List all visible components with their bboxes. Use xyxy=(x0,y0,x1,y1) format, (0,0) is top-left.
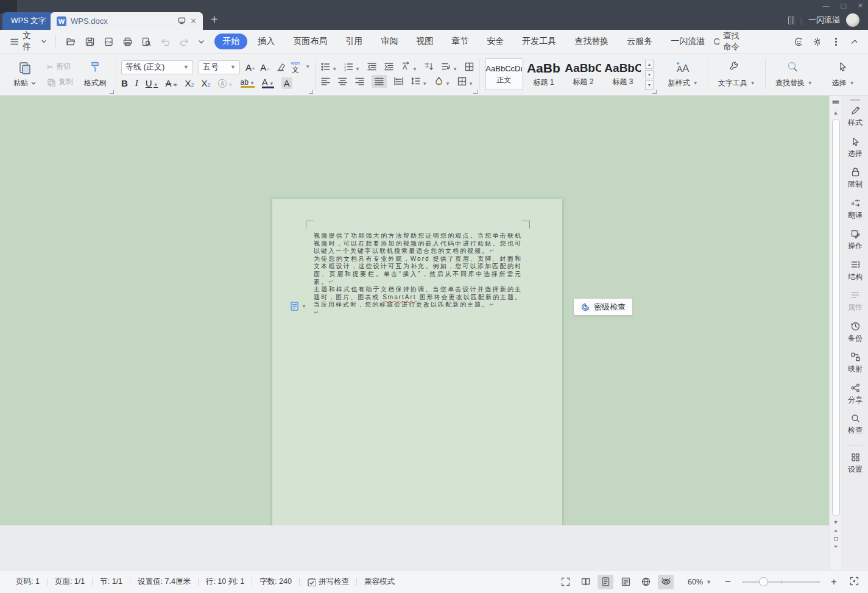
status-page-number[interactable]: 页码: 1 xyxy=(9,577,47,587)
status-section[interactable]: 节: 1/1 xyxy=(93,577,130,587)
font-size-combo[interactable]: 五号▼ xyxy=(199,60,240,74)
vertical-scrollbar[interactable]: ▲ ▼ ⏶ ⏷ xyxy=(829,96,842,570)
sidebar-handle[interactable] xyxy=(850,99,860,101)
sidebar-item-styles[interactable]: 样式 xyxy=(848,105,863,128)
decrease-indent-icon[interactable] xyxy=(367,62,377,72)
style-heading2[interactable]: AaBbC 标题 2 xyxy=(564,59,602,90)
eye-protection-icon[interactable] xyxy=(658,575,674,589)
status-word-count[interactable]: 字数: 240 xyxy=(252,577,299,587)
sidebar-item-translate[interactable]: a 翻译 xyxy=(848,198,863,221)
scrollbar-thumb[interactable] xyxy=(832,119,840,516)
text-frame-icon[interactable] xyxy=(464,62,475,72)
tab-insert[interactable]: 插入 xyxy=(250,34,283,49)
style-scroll-up[interactable]: ▲ xyxy=(645,60,654,69)
tab-find-replace[interactable]: 查找替换 xyxy=(566,34,616,49)
tab-page-layout[interactable]: 页面布局 xyxy=(285,34,335,49)
underline-button[interactable]: U▼ xyxy=(146,79,158,88)
open-file-icon[interactable] xyxy=(66,37,76,47)
sort-icon[interactable]: 字 xyxy=(424,62,434,72)
read-layout-icon[interactable] xyxy=(577,575,593,589)
bold-button[interactable]: B xyxy=(121,79,128,88)
text-direction-button[interactable]: A▼ xyxy=(401,62,417,72)
italic-button[interactable]: I xyxy=(135,79,138,88)
bullets-button[interactable]: ▼ xyxy=(320,62,337,72)
tab-references[interactable]: 引用 xyxy=(337,34,370,49)
show-marks-button[interactable]: ▼ xyxy=(441,62,457,72)
paragraph-dialog-launcher[interactable] xyxy=(473,90,478,94)
strikethrough-button[interactable]: A▼ xyxy=(166,79,178,88)
file-menu-button[interactable]: 文件 xyxy=(0,30,53,52)
sidebar-item-select[interactable]: 选择 xyxy=(848,137,863,159)
ruler-toggle-icon[interactable] xyxy=(831,98,840,107)
export-pdf-icon[interactable]: PDF xyxy=(104,37,114,47)
user-avatar[interactable] xyxy=(846,13,859,27)
tab-review[interactable]: 审阅 xyxy=(373,34,406,49)
page-options-widget[interactable]: ▼ xyxy=(289,301,306,311)
document-text[interactable]: 视频提供了功能强大的方法帮助您证明您的观点。当您单击联机视频时，可以在想要添加的… xyxy=(314,232,522,317)
text-tool-button[interactable]: 文字工具▼ xyxy=(713,59,760,90)
highlight-button[interactable]: ab▼ xyxy=(241,79,255,88)
align-center-icon[interactable] xyxy=(337,76,348,87)
side-by-side-icon[interactable] xyxy=(788,16,794,24)
superscript-button[interactable]: X2 xyxy=(185,79,194,88)
distribute-icon[interactable] xyxy=(393,76,404,87)
find-replace-button[interactable]: 查找替换▼ xyxy=(771,59,817,90)
paste-button[interactable]: 粘贴 xyxy=(9,59,41,90)
style-normal[interactable]: AaBbCcDd 正文 xyxy=(485,59,523,90)
tab-pin-monitor-icon[interactable] xyxy=(178,16,186,26)
align-left-icon[interactable] xyxy=(320,76,331,87)
tab-home[interactable]: 开始 xyxy=(214,34,247,49)
security-check-button[interactable]: 密级检查 xyxy=(573,298,633,316)
new-tab-button[interactable]: + xyxy=(211,13,218,26)
save-icon[interactable] xyxy=(85,37,95,47)
more-pinyin-icon[interactable]: ▼ xyxy=(305,65,310,69)
status-compat-mode[interactable]: 兼容模式 xyxy=(357,577,402,587)
style-scroll-down[interactable]: ▼ xyxy=(645,70,654,79)
tab-section[interactable]: 章节 xyxy=(443,34,476,49)
tab-cloud[interactable]: 云服务 xyxy=(619,34,660,49)
page-layout-icon[interactable] xyxy=(598,575,613,589)
outline-view-icon[interactable] xyxy=(618,575,633,589)
increase-font-button[interactable]: A+ xyxy=(245,63,255,72)
fullscreen-view-icon[interactable] xyxy=(557,575,573,589)
minimize-button[interactable]: — xyxy=(822,2,829,9)
username[interactable]: 一闪流溢 xyxy=(808,15,840,26)
previous-page-icon[interactable]: ⏶ xyxy=(833,527,838,535)
shading-button[interactable]: ▼ xyxy=(434,76,450,87)
borders-button[interactable]: ▼ xyxy=(457,76,473,87)
sidebar-item-settings[interactable]: 设置 xyxy=(848,452,863,475)
maximize-button[interactable]: ▢ xyxy=(840,2,846,10)
qat-customize-icon[interactable] xyxy=(198,38,205,45)
more-menu-icon[interactable] xyxy=(831,37,838,47)
tab-view[interactable]: 视图 xyxy=(408,34,441,49)
style-heading1[interactable]: AaBb 标题 1 xyxy=(524,59,563,90)
find-command[interactable]: 查找命令 xyxy=(713,30,746,52)
status-spell-check[interactable]: 拼写检查 xyxy=(300,577,356,587)
sidebar-item-inspect[interactable]: 检查 xyxy=(848,413,863,436)
increase-indent-icon[interactable] xyxy=(384,62,394,72)
zoom-slider-handle[interactable] xyxy=(759,577,768,586)
decrease-font-button[interactable]: A− xyxy=(260,63,269,72)
sidebar-item-restrict[interactable]: 限制 xyxy=(848,167,863,190)
sidebar-item-properties[interactable]: 属性 xyxy=(848,290,863,313)
document-tab[interactable]: W WPS.docx ✕ xyxy=(51,12,203,30)
font-color-button[interactable]: A▼ xyxy=(262,77,274,88)
line-spacing-button[interactable]: ▼ xyxy=(411,76,427,87)
font-name-combo[interactable]: 等线 (正文)▼ xyxy=(121,60,193,74)
scroll-down-icon[interactable]: ▼ xyxy=(833,517,839,527)
undo-icon[interactable] xyxy=(160,37,171,47)
status-pages[interactable]: 页面: 1/1 xyxy=(48,577,92,587)
close-button[interactable]: ✕ xyxy=(858,2,863,10)
tab-close-icon[interactable]: ✕ xyxy=(190,16,197,26)
zoom-out-button[interactable]: − xyxy=(722,576,734,588)
copy-button[interactable]: 复制 xyxy=(47,77,73,87)
cut-button[interactable]: ✂剪切 xyxy=(47,62,73,72)
status-setting-value[interactable]: 设置值: 7.4厘米 xyxy=(130,577,198,587)
style-heading3[interactable]: AaBbC 标题 3 xyxy=(604,59,642,90)
print-preview-icon[interactable] xyxy=(141,37,152,47)
print-icon[interactable] xyxy=(122,37,133,47)
zoom-slider[interactable] xyxy=(742,581,820,583)
select-button[interactable]: 选择▼ xyxy=(827,59,859,90)
new-style-button[interactable]: AA 新样式▼ xyxy=(663,59,703,90)
document-canvas[interactable]: 视频提供了功能强大的方法帮助您证明您的观点。当您单击联机视频时，可以在想要添加的… xyxy=(0,96,829,525)
